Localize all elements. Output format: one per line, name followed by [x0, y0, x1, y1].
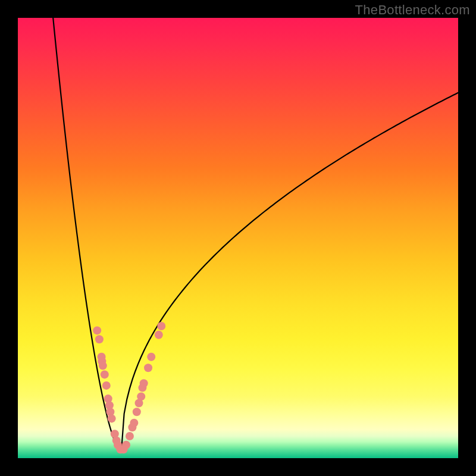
data-marker	[93, 326, 101, 334]
data-marker	[140, 379, 148, 387]
data-marker	[133, 408, 141, 416]
data-marker	[130, 419, 138, 427]
data-marker	[101, 370, 109, 378]
data-marker	[147, 353, 155, 361]
data-marker	[95, 335, 104, 343]
data-marker	[122, 441, 130, 449]
data-marker	[126, 432, 134, 440]
watermark-text: TheBottleneck.com	[355, 2, 470, 18]
data-marker	[155, 331, 163, 339]
data-marker	[157, 322, 165, 330]
data-marker	[99, 362, 107, 370]
data-marker	[102, 381, 111, 390]
data-marker	[137, 392, 145, 400]
chart-frame: TheBottleneck.com	[0, 0, 476, 476]
data-marker	[144, 364, 152, 372]
data-marker	[108, 414, 116, 422]
plot-area	[18, 18, 458, 458]
curve-path	[53, 18, 458, 452]
bottleneck-curve	[18, 18, 458, 458]
